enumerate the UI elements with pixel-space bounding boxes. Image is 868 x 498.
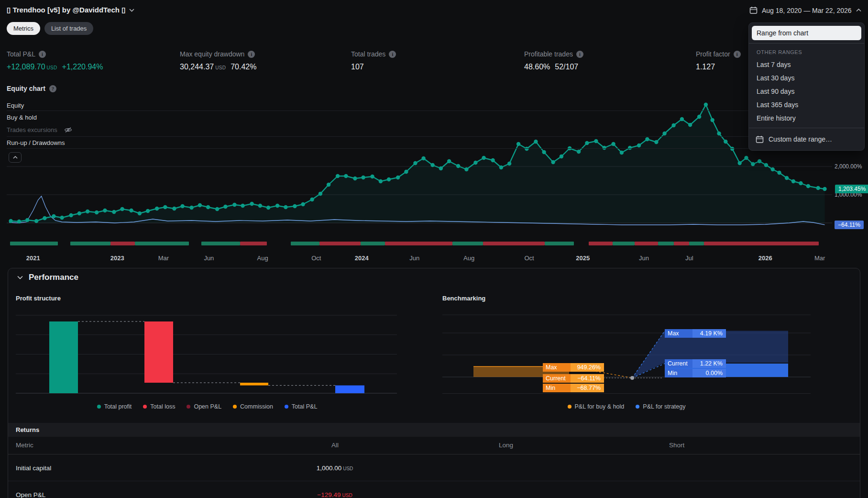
equity-point <box>421 156 425 160</box>
equity-point <box>439 166 443 170</box>
strategy-current-badge: Current1.22 K% <box>665 359 726 368</box>
tab-list-of-trades[interactable]: List of trades <box>44 22 93 35</box>
equity-point <box>620 151 624 155</box>
info-icon[interactable]: i <box>734 51 741 58</box>
benchmarking-chart-svg[interactable] <box>442 312 820 397</box>
equity-point <box>336 174 340 178</box>
equity-point <box>206 205 210 209</box>
equity-point <box>344 174 348 178</box>
equity-point <box>577 150 581 154</box>
equity-point <box>138 211 142 215</box>
legend-dot <box>143 405 147 409</box>
legend-row-trades-excursions[interactable]: Trades excursions <box>7 123 832 137</box>
legend-item[interactable]: Open P&L <box>187 403 221 410</box>
x-axis-label: Aug <box>463 255 474 262</box>
equity-point <box>293 204 297 208</box>
equity-point <box>806 184 810 188</box>
legend-row-run-up-drawdowns[interactable]: Run-up / Drawdowns <box>7 137 832 149</box>
legend-item[interactable]: P&L for buy & hold <box>568 403 625 410</box>
range-menu-item-last-365-days[interactable]: Last 365 days <box>749 98 864 111</box>
metric-label: Total tradesi <box>351 50 514 58</box>
equity-point <box>319 192 322 196</box>
range-menu-item-last-7-days[interactable]: Last 7 days <box>749 58 864 71</box>
range-menu-item-last-30-days[interactable]: Last 30 days <box>749 71 864 85</box>
badge-value: 949.26% <box>571 363 604 372</box>
trade-segment-loss <box>589 242 613 245</box>
legend-item[interactable]: Total loss <box>143 403 175 410</box>
badge-value: −68.77% <box>571 384 604 392</box>
legend-label: P&L for buy & hold <box>575 403 625 410</box>
range-menu-group-label: OTHER RANGES <box>749 44 864 58</box>
equity-point <box>353 177 357 180</box>
trade-segments-strip <box>7 242 832 246</box>
equity-point <box>758 159 761 163</box>
performance-section-header[interactable]: Performance <box>17 273 78 282</box>
metric-label: Total P&Li <box>7 50 169 58</box>
profit-structure-chart-svg[interactable] <box>16 312 398 397</box>
equity-point <box>69 213 73 217</box>
column-metric: Metric <box>16 442 33 449</box>
badge-label: Max <box>543 363 571 372</box>
trade-segment-win <box>201 242 240 245</box>
column-short: Short <box>669 442 684 449</box>
equity-point <box>223 205 227 209</box>
x-axis-label: Jun <box>409 255 419 262</box>
benchmarking-title: Benchmarking <box>442 295 485 302</box>
equity-point <box>17 220 21 223</box>
equity-point <box>816 186 820 190</box>
tab-metrics[interactable]: Metrics <box>7 22 40 35</box>
view-tabs: MetricsList of trades <box>7 22 93 35</box>
column-all: All <box>331 442 339 449</box>
legend-row-buy-hold[interactable]: Buy & hold <box>7 111 832 123</box>
legend-item[interactable]: Total profit <box>97 403 132 410</box>
buy-hold-current-badge: Current−64.11% <box>543 374 604 383</box>
x-axis-label: Mar <box>158 255 169 262</box>
equity-point <box>189 206 193 210</box>
equity-point <box>155 207 159 210</box>
eye-off-icon[interactable] <box>64 127 72 133</box>
metric-value: +12,089.70 <box>7 63 45 71</box>
equity-point <box>284 205 287 209</box>
equity-point <box>52 214 55 218</box>
badge-label: Max <box>665 329 692 338</box>
range-menu-item-range-from-chart[interactable]: Range from chart <box>752 26 861 40</box>
legend-row-label: Buy & hold <box>7 114 37 121</box>
info-icon[interactable]: i <box>248 51 255 58</box>
info-icon[interactable]: i <box>39 51 46 58</box>
metric-value: 1.127 <box>696 63 715 71</box>
trade-segment-loss <box>240 242 266 245</box>
equity-point <box>146 209 150 213</box>
collapse-chart-button[interactable] <box>9 152 22 163</box>
equity-point <box>112 210 116 214</box>
custom-date-range-label: Custom date range… <box>769 135 832 143</box>
row-value-unit: USD <box>342 492 352 498</box>
help-icon[interactable]: ? <box>49 85 56 92</box>
legend-row-equity[interactable]: Equity <box>7 100 832 111</box>
equity-point <box>43 216 46 220</box>
trade-segment-loss <box>483 242 545 245</box>
strategy-title[interactable]: ▯ Trendhoo [v5] by @DaviddTech ▯ <box>7 6 134 14</box>
equity-point <box>103 209 107 212</box>
legend-dot <box>97 405 101 409</box>
legend-row-label: Trades excursions <box>7 126 57 133</box>
legend-label: Total profit <box>104 403 132 410</box>
info-icon[interactable]: i <box>389 51 396 58</box>
metric-label: Max equity drawdowni <box>180 50 342 58</box>
trade-segment-win <box>545 242 573 245</box>
equity-point <box>491 158 494 162</box>
x-axis-label: Mar <box>814 255 825 262</box>
date-range-control[interactable]: Aug 18, 2020 — Mar 22, 2026 <box>749 6 861 14</box>
range-menu-item-custom-date-range[interactable]: Custom date range… <box>749 131 864 147</box>
equity-point <box>447 159 451 163</box>
legend-item[interactable]: P&L for strategy <box>636 403 685 410</box>
range-menu-item-entire-history[interactable]: Entire history <box>749 111 864 125</box>
metric-values: 48.60%52/107 <box>524 63 687 71</box>
range-menu-item-last-90-days[interactable]: Last 90 days <box>749 85 864 98</box>
info-icon[interactable]: i <box>576 51 583 58</box>
x-axis-label: Jun <box>204 255 214 262</box>
legend-item[interactable]: Commission <box>233 403 273 410</box>
equity-point <box>215 207 219 211</box>
legend-item[interactable]: Total P&L <box>285 403 318 410</box>
metric-values: 30,244.37USD70.42% <box>180 63 342 71</box>
equity-point <box>464 167 468 171</box>
